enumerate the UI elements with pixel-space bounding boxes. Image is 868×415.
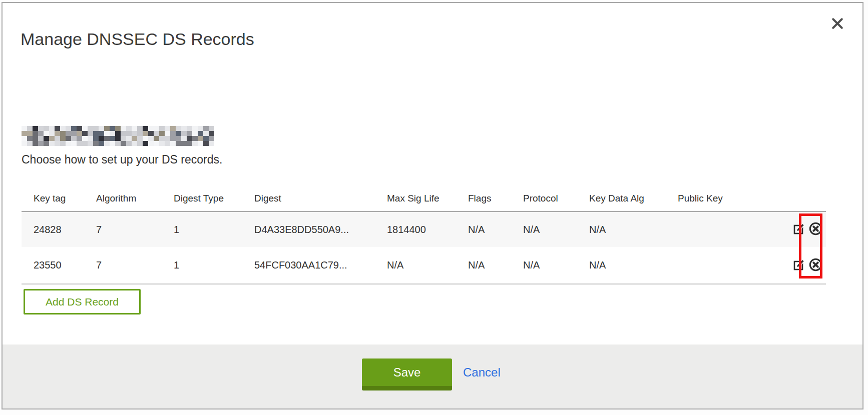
cell-max-sig-life: 1814400 — [387, 224, 468, 236]
edit-record-button[interactable] — [791, 222, 806, 237]
cell-key-tag: 23550 — [34, 260, 96, 271]
column-header-algorithm: Algorithm — [96, 193, 174, 204]
table-header-row: Key tag Algorithm Digest Type Digest Max… — [22, 186, 826, 211]
table-row: 24828 7 1 D4A33E8DD550A9... 1814400 N/A … — [22, 212, 826, 247]
column-header-public-key: Public Key — [678, 193, 782, 204]
instruction-text: Choose how to set up your DS records. — [22, 153, 222, 166]
cell-protocol: N/A — [523, 224, 589, 236]
column-header-flags: Flags — [468, 193, 523, 204]
column-header-digest: Digest — [254, 193, 387, 204]
column-header-digest-type: Digest Type — [174, 193, 254, 204]
save-button[interactable]: Save — [362, 358, 452, 390]
close-icon — [830, 16, 845, 32]
close-button[interactable] — [827, 14, 847, 34]
cell-digest: 54FCF030AA1C79... — [254, 260, 387, 271]
circle-x-delete-icon — [808, 258, 823, 274]
delete-record-button[interactable] — [808, 222, 823, 237]
edit-icon — [792, 222, 806, 237]
ds-records-table: Key tag Algorithm Digest Type Digest Max… — [22, 186, 826, 284]
circle-x-delete-icon — [808, 222, 823, 238]
table-body: 24828 7 1 D4A33E8DD550A9... 1814400 N/A … — [22, 211, 826, 284]
cell-flags: N/A — [468, 224, 523, 236]
cell-flags: N/A — [468, 260, 523, 271]
row-actions — [782, 258, 823, 273]
cell-algorithm: 7 — [96, 224, 174, 236]
cell-max-sig-life: N/A — [387, 260, 468, 271]
row-actions — [782, 222, 823, 237]
edit-record-button[interactable] — [791, 258, 806, 273]
cancel-link[interactable]: Cancel — [463, 366, 501, 380]
cell-protocol: N/A — [523, 260, 589, 271]
manage-dnssec-modal: Manage DNSSEC DS Records Choose how to s… — [2, 2, 863, 410]
column-header-max-sig-life: Max Sig Life — [387, 193, 468, 204]
delete-record-button[interactable] — [808, 258, 823, 273]
cell-digest-type: 1 — [174, 260, 254, 271]
column-header-protocol: Protocol — [523, 193, 589, 204]
cell-digest-type: 1 — [174, 224, 254, 236]
redacted-domain-name — [22, 126, 214, 146]
add-ds-record-button[interactable]: Add DS Record — [24, 289, 141, 314]
cell-digest: D4A33E8DD550A9... — [254, 224, 387, 236]
table-row: 23550 7 1 54FCF030AA1C79... N/A N/A N/A … — [22, 247, 826, 284]
column-header-key-data-alg: Key Data Alg — [589, 193, 678, 204]
page-title: Manage DNSSEC DS Records — [21, 30, 254, 49]
cell-key-tag: 24828 — [34, 224, 96, 236]
modal-footer: Save Cancel — [3, 344, 862, 408]
cell-algorithm: 7 — [96, 260, 174, 271]
column-header-key-tag: Key tag — [34, 193, 96, 204]
cell-key-data-alg: N/A — [589, 260, 678, 271]
edit-icon — [792, 258, 806, 273]
cell-key-data-alg: N/A — [589, 224, 678, 236]
